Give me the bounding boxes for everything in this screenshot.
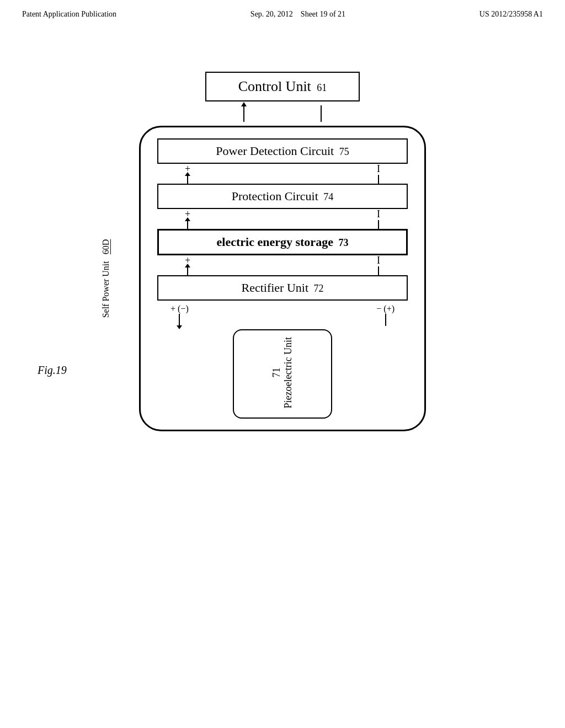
piezo-col-right: − (+) — [376, 304, 395, 326]
col-left-2: + — [185, 208, 190, 230]
piezo-col-left: + (−) — [170, 304, 189, 326]
piezo-arrow-down-left — [177, 325, 182, 329]
arrow-up-left-1 — [187, 175, 188, 185]
header-left: Patent Application Publication — [22, 10, 116, 19]
arrow-up-left-2 — [187, 220, 188, 230]
piezo-connector-top: + (−) − (+) — [157, 301, 408, 329]
connector-pc-to-ees: + I — [157, 209, 408, 229]
protection-circuit-box: Protection Circuit 74 — [157, 184, 408, 209]
piezo-label: Piezoelectric Unit 71 — [271, 337, 294, 408]
arrow-left-up — [243, 105, 244, 122]
self-power-unit: Self Power Unit 60D Power Detection Circ… — [139, 126, 426, 431]
page-header: Patent Application Publication Sep. 20, … — [0, 0, 565, 19]
arrow-up-left-3 — [187, 266, 188, 276]
piezo-left-line — [179, 314, 180, 326]
piezoelectric-unit-box: Piezoelectric Unit 71 — [233, 329, 332, 419]
line-right-3 — [378, 266, 379, 276]
line-right — [321, 105, 322, 122]
connector-pdc-to-pc: + I — [157, 164, 408, 184]
col-left-1: + — [185, 163, 190, 185]
dual-arrow-section — [205, 101, 360, 126]
control-unit-box: Control Unit 61 — [205, 72, 360, 101]
arrow-line-left — [243, 105, 244, 122]
line-right-2 — [378, 220, 379, 230]
diagram-area: Control Unit 61 Self Power Unit 60D Powe… — [139, 72, 426, 431]
rectifier-unit-box: Rectifier Unit 72 — [157, 275, 408, 301]
figure-label: Fig.19 — [38, 364, 67, 377]
col-right-3: I — [377, 255, 380, 276]
col-right-2: I — [377, 208, 380, 230]
power-detection-box: Power Detection Circuit 75 — [157, 138, 408, 164]
electric-energy-storage-box: electric energy storage 73 — [157, 229, 408, 255]
sheet-info: Sheet 19 of 21 — [301, 10, 345, 18]
line-right-1 — [378, 175, 379, 185]
col-right-1: I — [377, 163, 380, 185]
col-left-3: + — [185, 255, 190, 276]
line-right-up — [321, 105, 322, 122]
connector-ees-to-ru: + I — [157, 255, 408, 275]
self-power-label: Self Power Unit 60D — [101, 239, 111, 318]
header-middle: Sep. 20, 2012 Sheet 19 of 21 — [250, 10, 345, 19]
header-right: US 2012/235958 A1 — [479, 10, 543, 19]
piezo-right-line — [385, 314, 386, 326]
